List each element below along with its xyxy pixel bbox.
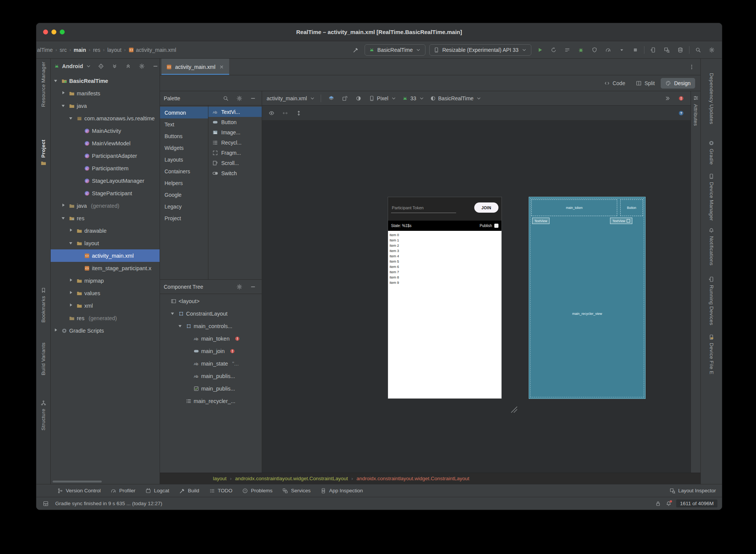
notifications-icon[interactable] xyxy=(666,501,672,507)
palette-widget-image[interactable]: Image... xyxy=(208,127,262,137)
hide-icon[interactable] xyxy=(151,61,160,71)
settings-icon[interactable] xyxy=(234,282,244,292)
project-tree-item-com-amazonaws-ivs-realtime[interactable]: com.amazonaws.ivs.realtime xyxy=(51,112,160,124)
project-tree-item-manifests[interactable]: manifests xyxy=(51,87,160,100)
tool-window-button-todo[interactable]: TODO xyxy=(209,488,233,494)
token-edittext[interactable]: Participant Token xyxy=(392,205,424,210)
zoom-window-button[interactable] xyxy=(60,30,65,34)
preview-device-select[interactable]: Pixel xyxy=(369,95,397,101)
mode-design-button[interactable]: Design xyxy=(661,78,695,89)
component-tree-item-layout[interactable]: <layout> xyxy=(160,295,262,307)
tool-window-button-build[interactable]: Build xyxy=(179,488,199,494)
design-blueprint-icon[interactable] xyxy=(326,93,336,103)
preview-list-item[interactable]: Item 8 xyxy=(390,275,501,280)
tree-chevron-icon[interactable] xyxy=(53,324,59,337)
project-tree-item-values[interactable]: values xyxy=(51,287,160,299)
palette-widget-scroll[interactable]: Scroll... xyxy=(208,158,262,168)
state-textview[interactable]: State: %1$s xyxy=(391,224,411,228)
palette-category-widgets[interactable]: Widgets xyxy=(160,142,208,154)
render-errors-icon[interactable] xyxy=(676,93,686,103)
tree-chevron-icon[interactable] xyxy=(68,237,75,249)
preview-list-item[interactable]: Item 6 xyxy=(390,264,501,269)
project-tree-item-java[interactable]: java xyxy=(51,100,160,112)
project-tree-item-mipmap[interactable]: mipmap xyxy=(51,274,160,287)
tool-window-button-services[interactable]: Services xyxy=(282,488,310,494)
view-options-icon[interactable] xyxy=(267,108,276,118)
publish-checkbox[interactable] xyxy=(494,224,498,228)
editor-tab-activity-main[interactable]: activity_main.xml xyxy=(161,59,229,75)
component-tree-item-main-publis[interactable]: main_publis... xyxy=(160,382,262,395)
palette-widget-recycl[interactable]: Recycl... xyxy=(208,137,262,148)
project-tree-item-item-stage-participant-x[interactable]: item_stage_participant.x xyxy=(51,262,160,274)
xml-breadcrumb-item[interactable]: androidx.constraintlayout.widget.Constra… xyxy=(356,476,469,481)
run-configuration-select[interactable]: BasicRealTime xyxy=(365,44,426,56)
close-window-button[interactable] xyxy=(43,30,48,34)
breadcrumb-item-altime[interactable]: alTime xyxy=(37,47,53,53)
search-everywhere-icon[interactable] xyxy=(693,45,703,55)
preview-list-item[interactable]: Item 1 xyxy=(390,238,501,243)
settings-icon[interactable] xyxy=(234,93,244,103)
tool-window-button-app-inspection[interactable]: App Inspection xyxy=(320,488,363,494)
search-icon[interactable] xyxy=(221,93,231,103)
locate-file-icon[interactable] xyxy=(96,61,106,71)
stripe-dependency-updates[interactable]: Dependency Updates xyxy=(709,73,714,124)
preview-list-item[interactable]: Item 5 xyxy=(390,259,501,264)
stripe-bookmarks[interactable]: Bookmarks xyxy=(40,287,47,322)
preview-list-item[interactable]: Item 7 xyxy=(390,269,501,275)
tree-chevron-icon[interactable] xyxy=(68,274,75,287)
stripe-device-manager[interactable]: Device Manager xyxy=(708,173,714,221)
device-select[interactable]: Resizable (Experimental) API 33 xyxy=(429,44,531,56)
tree-chevron-icon[interactable] xyxy=(61,87,67,100)
stripe-gradle[interactable]: Gradle xyxy=(708,140,714,165)
hide-icon[interactable] xyxy=(248,93,258,103)
rerun-icon[interactable] xyxy=(549,45,559,55)
project-tree-item-basicrealtime[interactable]: BasicRealTime xyxy=(51,75,160,87)
tree-chevron-icon[interactable] xyxy=(61,100,67,112)
xml-breadcrumb-item[interactable]: layout xyxy=(213,476,227,481)
preview-list-item[interactable]: Item 0 xyxy=(390,232,501,238)
help-icon[interactable]: ? xyxy=(676,108,686,118)
attributes-collapsed-tab[interactable]: Attributes xyxy=(691,91,700,473)
database-inspector-icon[interactable] xyxy=(675,45,685,55)
palette-widget-button[interactable]: Button xyxy=(208,117,262,127)
palette-category-google[interactable]: Google xyxy=(160,189,208,201)
mode-code-button[interactable]: Code xyxy=(599,78,630,89)
close-tab-icon[interactable] xyxy=(219,64,225,70)
stripe-resource-manager[interactable]: Resource Manager xyxy=(40,62,46,107)
project-tree-item-stageparticipant[interactable]: CStageParticipant xyxy=(51,187,160,199)
pan-horizontal-icon[interactable] xyxy=(280,108,290,118)
component-tree-item-constraintlayout[interactable]: ConstraintLayout xyxy=(160,307,262,320)
preview-recycler-list[interactable]: Item 0Item 1Item 2Item 3Item 4Item 5Item… xyxy=(388,231,501,398)
tool-window-button-logcat[interactable]: Logcat xyxy=(145,488,169,494)
night-mode-icon[interactable] xyxy=(354,93,363,103)
overflow-icon[interactable] xyxy=(663,93,672,103)
publish-textview[interactable]: Publish xyxy=(480,224,492,228)
hide-icon[interactable] xyxy=(248,282,258,292)
project-tree-item-xml[interactable]: xml xyxy=(51,299,160,312)
palette-category-buttons[interactable]: Buttons xyxy=(160,130,208,142)
project-view-mode[interactable]: Android xyxy=(62,63,83,69)
breadcrumb-item-activity-main-xml[interactable]: activity_main.xml xyxy=(128,47,176,53)
build-project-button[interactable] xyxy=(351,45,361,55)
component-tree-item-main-token[interactable]: Abmain_token xyxy=(160,332,262,345)
orientation-icon[interactable] xyxy=(340,93,350,103)
tool-window-button-problems[interactable]: Problems xyxy=(242,488,272,494)
stripe-build-variants[interactable]: Build Variants xyxy=(40,342,46,375)
layout-inspector-tool-icon[interactable] xyxy=(662,45,672,55)
blueprint-main-token[interactable]: main_token xyxy=(531,199,617,216)
device-mirror-icon[interactable] xyxy=(648,45,658,55)
project-tree-item-layout[interactable]: layout xyxy=(51,237,160,249)
palette-category-containers[interactable]: Containers xyxy=(160,165,208,177)
design-preview-phone[interactable]: Participant Token JOIN State: %1$s Publi… xyxy=(388,197,501,398)
preview-controls-container[interactable]: Participant Token JOIN xyxy=(388,197,501,221)
project-tree-item-participantadapter[interactable]: CParticipantAdapter xyxy=(51,149,160,162)
tool-window-button-profiler[interactable]: Profiler xyxy=(110,488,135,494)
tree-chevron-icon[interactable] xyxy=(61,199,67,212)
project-tree-item-mainviewmodel[interactable]: CMainViewModel xyxy=(51,137,160,149)
tool-window-button-version-control[interactable]: Version Control xyxy=(57,488,101,494)
coverage-icon[interactable] xyxy=(590,45,599,55)
tool-window-switcher-icon[interactable] xyxy=(41,499,51,509)
tab-options-kebab-icon[interactable] xyxy=(687,62,697,72)
memory-indicator[interactable]: 1611 of 4096M xyxy=(676,500,717,507)
component-tree-item-main-publis[interactable]: Abmain_publis... xyxy=(160,370,262,382)
